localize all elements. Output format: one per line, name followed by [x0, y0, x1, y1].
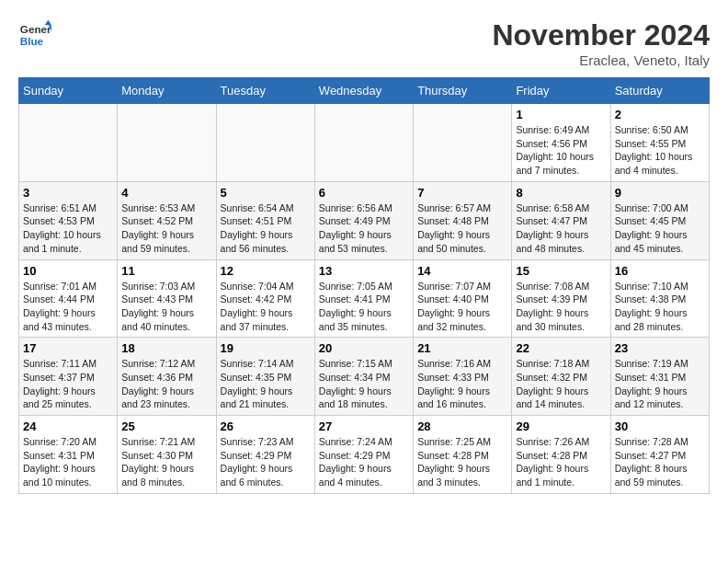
day-number: 3	[23, 186, 113, 200]
weekday-header-cell: Monday	[118, 78, 216, 104]
calendar-day-cell: 12Sunrise: 7:04 AM Sunset: 4:42 PM Dayli…	[216, 259, 314, 338]
day-info: Sunrise: 6:50 AM Sunset: 4:55 PM Dayligh…	[615, 123, 705, 178]
day-number: 4	[121, 186, 211, 200]
calendar-day-cell: 7Sunrise: 6:57 AM Sunset: 4:48 PM Daylig…	[414, 181, 512, 259]
day-info: Sunrise: 7:07 AM Sunset: 4:40 PM Dayligh…	[417, 280, 507, 334]
calendar-day-cell: 16Sunrise: 7:10 AM Sunset: 4:38 PM Dayli…	[610, 259, 709, 338]
day-number: 30	[615, 419, 705, 433]
calendar-day-cell: 5Sunrise: 6:54 AM Sunset: 4:51 PM Daylig…	[216, 181, 314, 259]
calendar-day-cell: 17Sunrise: 7:11 AM Sunset: 4:37 PM Dayli…	[19, 338, 118, 416]
calendar-day-cell	[216, 104, 314, 182]
calendar-day-cell: 3Sunrise: 6:51 AM Sunset: 4:53 PM Daylig…	[19, 181, 118, 259]
day-info: Sunrise: 7:08 AM Sunset: 4:39 PM Dayligh…	[516, 280, 606, 334]
weekday-header-cell: Wednesday	[314, 78, 413, 104]
calendar-day-cell: 4Sunrise: 6:53 AM Sunset: 4:52 PM Daylig…	[118, 181, 216, 259]
calendar-day-cell: 18Sunrise: 7:12 AM Sunset: 4:36 PM Dayli…	[118, 338, 216, 416]
day-info: Sunrise: 7:23 AM Sunset: 4:29 PM Dayligh…	[221, 435, 311, 489]
day-info: Sunrise: 6:51 AM Sunset: 4:53 PM Dayligh…	[23, 201, 113, 256]
calendar-body: 1Sunrise: 6:49 AM Sunset: 4:56 PM Daylig…	[19, 104, 710, 494]
day-number: 17	[23, 341, 113, 355]
day-info: Sunrise: 7:14 AM Sunset: 4:35 PM Dayligh…	[221, 357, 311, 411]
day-number: 28	[417, 419, 507, 433]
calendar-day-cell: 26Sunrise: 7:23 AM Sunset: 4:29 PM Dayli…	[216, 416, 314, 494]
day-info: Sunrise: 7:00 AM Sunset: 4:45 PM Dayligh…	[615, 201, 705, 256]
day-number: 23	[615, 341, 705, 355]
calendar-table: SundayMondayTuesdayWednesdayThursdayFrid…	[18, 77, 710, 494]
day-number: 25	[121, 419, 211, 433]
day-info: Sunrise: 6:56 AM Sunset: 4:49 PM Dayligh…	[319, 201, 409, 256]
day-number: 15	[516, 264, 606, 278]
calendar-day-cell: 21Sunrise: 7:16 AM Sunset: 4:33 PM Dayli…	[414, 338, 512, 416]
calendar-day-cell: 23Sunrise: 7:19 AM Sunset: 4:31 PM Dayli…	[610, 338, 709, 416]
day-info: Sunrise: 7:03 AM Sunset: 4:43 PM Dayligh…	[121, 280, 211, 334]
calendar-day-cell: 15Sunrise: 7:08 AM Sunset: 4:39 PM Dayli…	[512, 259, 610, 338]
day-info: Sunrise: 7:10 AM Sunset: 4:38 PM Dayligh…	[615, 280, 705, 334]
day-number: 19	[221, 341, 311, 355]
day-number: 29	[516, 419, 606, 433]
day-info: Sunrise: 6:49 AM Sunset: 4:56 PM Dayligh…	[516, 123, 606, 178]
day-number: 13	[319, 264, 409, 278]
calendar-day-cell: 1Sunrise: 6:49 AM Sunset: 4:56 PM Daylig…	[512, 104, 610, 182]
weekday-header-cell: Tuesday	[216, 78, 314, 104]
weekday-header-cell: Sunday	[19, 78, 118, 104]
weekday-header-cell: Friday	[512, 78, 610, 104]
calendar-week-row: 17Sunrise: 7:11 AM Sunset: 4:37 PM Dayli…	[19, 338, 710, 416]
logo: General Blue	[18, 18, 51, 52]
calendar-day-cell: 8Sunrise: 6:58 AM Sunset: 4:47 PM Daylig…	[512, 181, 610, 259]
day-number: 18	[121, 341, 211, 355]
calendar-day-cell: 19Sunrise: 7:14 AM Sunset: 4:35 PM Dayli…	[216, 338, 314, 416]
title-area: November 2024 Eraclea, Veneto, Italy	[492, 18, 710, 68]
day-number: 27	[319, 419, 409, 433]
day-info: Sunrise: 7:01 AM Sunset: 4:44 PM Dayligh…	[23, 280, 113, 334]
day-info: Sunrise: 7:20 AM Sunset: 4:31 PM Dayligh…	[23, 435, 113, 489]
calendar-day-cell: 24Sunrise: 7:20 AM Sunset: 4:31 PM Dayli…	[19, 416, 118, 494]
calendar-day-cell	[414, 104, 512, 182]
calendar-day-cell	[314, 104, 413, 182]
day-info: Sunrise: 7:11 AM Sunset: 4:37 PM Dayligh…	[23, 357, 113, 411]
calendar-week-row: 1Sunrise: 6:49 AM Sunset: 4:56 PM Daylig…	[19, 104, 710, 182]
calendar-week-row: 3Sunrise: 6:51 AM Sunset: 4:53 PM Daylig…	[19, 181, 710, 259]
calendar-day-cell: 30Sunrise: 7:28 AM Sunset: 4:27 PM Dayli…	[610, 416, 709, 494]
day-info: Sunrise: 6:54 AM Sunset: 4:51 PM Dayligh…	[221, 201, 311, 256]
weekday-header: SundayMondayTuesdayWednesdayThursdayFrid…	[19, 78, 710, 104]
day-info: Sunrise: 6:58 AM Sunset: 4:47 PM Dayligh…	[516, 201, 606, 256]
calendar-day-cell: 29Sunrise: 7:26 AM Sunset: 4:28 PM Dayli…	[512, 416, 610, 494]
day-info: Sunrise: 7:25 AM Sunset: 4:28 PM Dayligh…	[417, 435, 507, 489]
location: Eraclea, Veneto, Italy	[492, 52, 710, 68]
logo-icon: General Blue	[18, 18, 51, 52]
calendar-day-cell: 6Sunrise: 6:56 AM Sunset: 4:49 PM Daylig…	[314, 181, 413, 259]
calendar-day-cell: 10Sunrise: 7:01 AM Sunset: 4:44 PM Dayli…	[19, 259, 118, 338]
day-info: Sunrise: 7:28 AM Sunset: 4:27 PM Dayligh…	[615, 435, 705, 489]
day-info: Sunrise: 7:12 AM Sunset: 4:36 PM Dayligh…	[121, 357, 211, 411]
calendar-week-row: 24Sunrise: 7:20 AM Sunset: 4:31 PM Dayli…	[19, 416, 710, 494]
day-info: Sunrise: 6:57 AM Sunset: 4:48 PM Dayligh…	[417, 201, 507, 256]
day-info: Sunrise: 6:53 AM Sunset: 4:52 PM Dayligh…	[121, 201, 211, 256]
day-info: Sunrise: 7:04 AM Sunset: 4:42 PM Dayligh…	[221, 280, 311, 334]
calendar-week-row: 10Sunrise: 7:01 AM Sunset: 4:44 PM Dayli…	[19, 259, 710, 338]
calendar-day-cell: 11Sunrise: 7:03 AM Sunset: 4:43 PM Dayli…	[118, 259, 216, 338]
day-info: Sunrise: 7:05 AM Sunset: 4:41 PM Dayligh…	[319, 280, 409, 334]
day-info: Sunrise: 7:16 AM Sunset: 4:33 PM Dayligh…	[417, 357, 507, 411]
day-number: 6	[319, 186, 409, 200]
day-number: 1	[516, 108, 606, 121]
calendar-day-cell: 20Sunrise: 7:15 AM Sunset: 4:34 PM Dayli…	[314, 338, 413, 416]
header: General Blue November 2024 Eraclea, Vene…	[18, 18, 710, 68]
day-number: 8	[516, 186, 606, 200]
calendar-day-cell: 27Sunrise: 7:24 AM Sunset: 4:29 PM Dayli…	[314, 416, 413, 494]
day-info: Sunrise: 7:21 AM Sunset: 4:30 PM Dayligh…	[121, 435, 211, 489]
day-number: 7	[417, 186, 507, 200]
weekday-header-cell: Saturday	[610, 78, 709, 104]
day-info: Sunrise: 7:18 AM Sunset: 4:32 PM Dayligh…	[516, 357, 606, 411]
day-number: 22	[516, 341, 606, 355]
calendar-day-cell: 2Sunrise: 6:50 AM Sunset: 4:55 PM Daylig…	[610, 104, 709, 182]
day-number: 14	[417, 264, 507, 278]
day-number: 5	[221, 186, 311, 200]
day-number: 9	[615, 186, 705, 200]
calendar-day-cell: 14Sunrise: 7:07 AM Sunset: 4:40 PM Dayli…	[414, 259, 512, 338]
month-title: November 2024	[492, 18, 710, 52]
day-number: 26	[221, 419, 311, 433]
day-number: 2	[615, 108, 705, 121]
day-number: 10	[23, 264, 113, 278]
calendar-day-cell: 22Sunrise: 7:18 AM Sunset: 4:32 PM Dayli…	[512, 338, 610, 416]
weekday-header-cell: Thursday	[414, 78, 512, 104]
